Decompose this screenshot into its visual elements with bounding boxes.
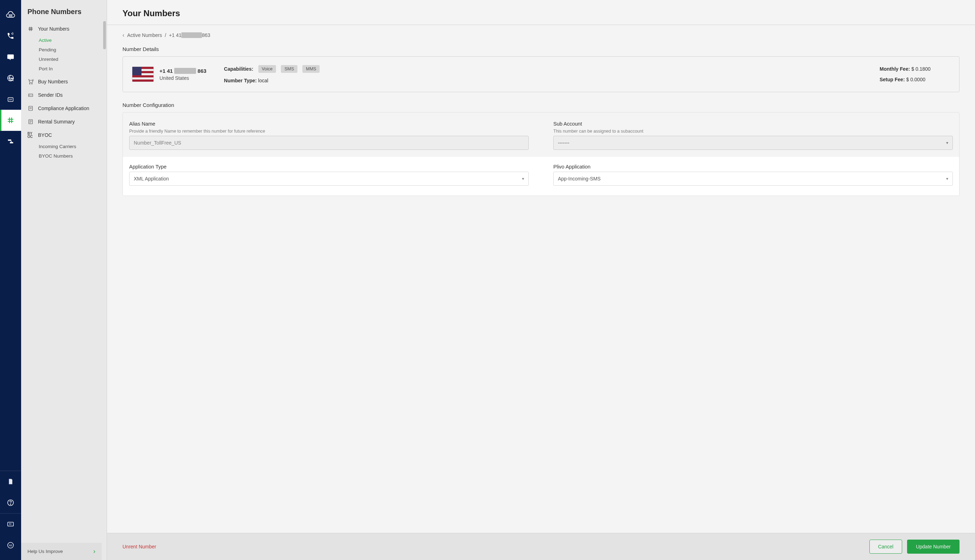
logo-icon[interactable] [0,4,21,25]
breadcrumb-sep: / [165,32,166,38]
nav-rental-summary-label: Rental Summary [38,119,75,125]
chevron-down-icon: ▾ [522,176,524,181]
nav-incoming-carriers[interactable]: Incoming Carriers [21,142,107,151]
help-us-improve[interactable]: Help Us Improve › [21,543,102,560]
country-label: United States [159,75,206,81]
breadcrumb-parent: Active Numbers [127,32,162,38]
sub-account-label: Sub Account [553,121,953,127]
messaging-icon[interactable] [0,47,21,68]
phone-number: +1 41X XXX X863 [159,68,206,74]
sip-icon[interactable]: SIP [0,88,21,110]
nav-pending[interactable]: Pending [21,45,107,55]
alias-name-hint: Provide a friendly Name to remember this… [129,129,529,134]
nav-sender-ids-label: Sender IDs [38,92,63,98]
chevron-down-icon: ▾ [946,140,948,145]
nav-compliance-label: Compliance Application [38,105,89,111]
svg-text:SIP: SIP [9,98,12,101]
number-type: Number Type: local [224,78,862,83]
us-flag-icon [132,67,154,82]
help-improve-label: Help Us Improve [27,549,63,554]
nav-your-numbers-label: Your Numbers [38,26,69,32]
nav-sender-ids[interactable]: AB-12 Sender IDs [21,88,107,102]
alias-name-label: Alias Name [129,121,529,127]
nav-port-in[interactable]: Port In [21,64,107,73]
trunk-icon[interactable] [0,131,21,152]
number-config-label: Number Configuration [122,102,960,108]
phone-numbers-icon[interactable] [0,110,21,131]
breadcrumb[interactable]: ‹ Active Numbers / +1 41X XXX X863 [122,32,960,38]
nav-byoc-numbers[interactable]: BYOC Numbers [21,151,107,161]
svg-point-5 [12,16,12,16]
nav-byoc-label: BYOC [38,132,52,138]
svg-point-7 [11,78,13,80]
number-details-label: Number Details [122,46,960,52]
sub-account-select[interactable]: ------- ▾ [553,136,953,150]
svg-point-17 [32,83,32,84]
svg-rect-21 [29,106,33,110]
number-details-card: +1 41X XXX X863 United States Capabiliti… [122,56,960,92]
account-icon[interactable]: NS [0,535,21,556]
update-number-button[interactable]: Update Number [907,540,960,554]
nav-byoc[interactable]: BYOC BYOC [21,128,107,142]
sidebar: Phone Numbers Your Numbers Active Pendin… [21,0,107,560]
nav-unrented[interactable]: Unrented [21,55,107,64]
unrent-number-link[interactable]: Unrent Number [122,544,156,550]
cap-mms: MMS [302,65,320,73]
sub-account-hint: This number can be assigned to a subacco… [553,129,953,134]
cap-voice: Voice [258,65,276,73]
svg-point-3 [9,16,10,16]
billing-icon[interactable]: $= [0,513,21,535]
nav-rental-summary[interactable]: Rental Summary [21,115,107,128]
docs-icon[interactable] [0,471,21,492]
cancel-button[interactable]: Cancel [870,540,903,554]
nav-buy-numbers-label: Buy Numbers [38,79,68,84]
main-content: Your Numbers ‹ Active Numbers / +1 41X X… [107,0,975,560]
monthly-fee: Monthly Fee: $ 0.1800 [880,66,950,72]
svg-point-2 [12,14,12,15]
voice-icon[interactable] [0,25,21,47]
number-config-card: Alias Name Provide a friendly Name to re… [122,112,960,196]
svg-text:NS: NS [9,544,12,547]
svg-text:$=: $= [9,523,12,525]
nav-active[interactable]: Active [21,35,107,45]
chevron-left-icon: ‹ [122,32,124,38]
application-type-select[interactable]: XML Application ▾ [129,172,529,186]
breadcrumb-number: +1 41X XXX X863 [169,32,210,38]
plivo-application-select[interactable]: App-Incoming-SMS ▾ [553,172,953,186]
icon-rail: SIP $= NS [0,0,21,560]
scrollbar[interactable] [103,21,106,49]
setup-fee: Setup Fee: $ 0.0000 [880,77,950,82]
help-icon[interactable] [0,492,21,513]
application-type-label: Application Type [129,164,529,170]
svg-text:123: 123 [32,79,34,81]
capabilities-label: Capabilities: [224,66,253,72]
page-title: Your Numbers [122,8,960,18]
nav-your-numbers[interactable]: Your Numbers [21,22,107,35]
svg-point-16 [30,83,30,84]
sidebar-title: Phone Numbers [21,0,107,22]
svg-text:AB-12: AB-12 [29,95,32,96]
cap-sms: SMS [281,65,297,73]
plivo-application-label: Plivo Application [553,164,953,170]
nav-compliance[interactable]: Compliance Application [21,102,107,115]
nav-buy-numbers[interactable]: 123 Buy Numbers [21,75,107,88]
alias-name-input[interactable]: Number_TollFree_US [129,136,529,150]
chevron-down-icon: ▾ [946,176,948,181]
chevron-right-icon: › [93,548,95,555]
lookup-icon[interactable] [0,68,21,88]
svg-point-0 [9,14,10,15]
footer: Unrent Number Cancel Update Number [107,533,975,560]
